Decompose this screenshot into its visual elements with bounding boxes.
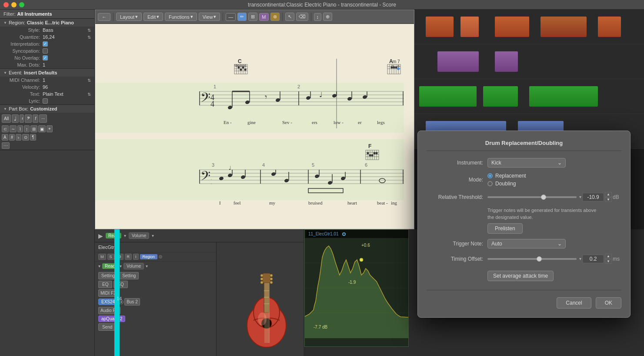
interp-checkbox[interactable]: ✓ bbox=[43, 41, 48, 47]
timing-down-arrow[interactable]: ▾ bbox=[579, 256, 581, 261]
timing-thumb[interactable] bbox=[537, 256, 542, 262]
close-button[interactable] bbox=[3, 2, 9, 7]
timing-offset-row: Timing Offset: ▾ 0.2 ▲ ▼ ms bbox=[427, 254, 621, 264]
region-btn[interactable]: Region bbox=[140, 254, 158, 259]
replacement-radio-row[interactable]: Replacement bbox=[487, 173, 526, 179]
separator-tool[interactable]: — bbox=[226, 13, 236, 21]
link-tool[interactable]: ⊗ bbox=[270, 13, 280, 21]
timing-up[interactable]: ▲ bbox=[605, 254, 612, 259]
dynamics-tool[interactable]: ↕ bbox=[314, 13, 322, 21]
threshold-value[interactable]: -10.9 bbox=[582, 193, 604, 202]
pb-btn-6[interactable]: ▣ bbox=[38, 125, 46, 132]
pb-btn-3[interactable]: ⌇ bbox=[17, 125, 23, 132]
timing-stepper[interactable]: ▲ ▼ bbox=[605, 254, 612, 264]
zoom-tool[interactable]: ⊕ bbox=[323, 13, 332, 21]
threshold-slider[interactable] bbox=[487, 196, 577, 198]
plugin-btn[interactable]: apQualizr2 bbox=[98, 316, 125, 322]
timing-down-btn[interactable]: ▼ bbox=[605, 259, 612, 264]
timing-value[interactable]: 0.2 bbox=[582, 255, 604, 263]
doubling-radio[interactable] bbox=[487, 181, 493, 186]
minimize-button[interactable] bbox=[11, 2, 17, 7]
f-btn[interactable]: f bbox=[33, 114, 38, 123]
layout-button[interactable]: Layout ▾ bbox=[116, 13, 142, 21]
pb-btn-13[interactable]: ⋯ bbox=[2, 142, 10, 149]
score-svg: 𝄢 4 4 1 2 𝄾 ♩ bbox=[95, 24, 404, 229]
threshold-up[interactable]: ▲ bbox=[605, 192, 612, 197]
pb-btn-11[interactable]: ⊙ bbox=[22, 134, 29, 141]
pb-btn-12[interactable]: ¶ bbox=[30, 134, 36, 141]
pb-btn-9[interactable]: # bbox=[9, 134, 15, 141]
text-arrows[interactable]: ⇅ bbox=[87, 92, 91, 97]
pb-btn-4[interactable]: ↕ bbox=[24, 125, 30, 132]
velocity-value: 96 bbox=[43, 84, 91, 90]
cancel-button[interactable]: Cancel bbox=[557, 297, 591, 309]
timing-offset-label: Timing Offset: bbox=[427, 256, 483, 262]
pb-btn-1[interactable]: ⊂ bbox=[2, 125, 9, 132]
prelisten-button[interactable]: Prelisten bbox=[487, 223, 523, 234]
set-avg-button[interactable]: Set average attack time bbox=[487, 271, 554, 281]
rest-btn[interactable]: 𝄽 bbox=[20, 114, 24, 123]
svg-text:F: F bbox=[368, 143, 371, 149]
replacement-radio[interactable] bbox=[487, 173, 493, 178]
input-btn[interactable]: I bbox=[133, 254, 139, 260]
quantize-arrows[interactable]: ⇅ bbox=[87, 35, 91, 40]
mute-btn[interactable]: M bbox=[98, 254, 106, 260]
threshold-down[interactable]: ▾ bbox=[579, 195, 581, 199]
svg-text:+0.6: +0.6 bbox=[361, 243, 370, 248]
threshold-down-btn[interactable]: ▼ bbox=[605, 197, 612, 202]
all-btn[interactable]: All bbox=[2, 114, 11, 123]
layout-arrow: ▾ bbox=[135, 14, 138, 20]
waveform-area[interactable]: 11_ElecGtr1.01 +0.6 -1.9 -7.7 dB bbox=[304, 229, 409, 347]
note-btn[interactable]: ♩ bbox=[12, 114, 19, 123]
solo-btn[interactable]: S bbox=[107, 254, 114, 260]
pb-btn-8[interactable]: A bbox=[2, 134, 8, 141]
pb-btn-5[interactable]: ⊞ bbox=[30, 125, 37, 132]
maximize-button[interactable] bbox=[19, 2, 24, 7]
style-arrows[interactable]: ⇅ bbox=[87, 28, 91, 33]
svg-text:C: C bbox=[238, 58, 242, 64]
eq-btn-1[interactable]: EQ bbox=[98, 281, 112, 288]
back-button[interactable]: ← bbox=[98, 13, 110, 21]
setting-btn-2[interactable]: Setting bbox=[119, 272, 139, 279]
timing-slider[interactable] bbox=[487, 258, 577, 260]
pb-btn-2[interactable]: ∼ bbox=[10, 125, 17, 132]
svg-text:𝄢: 𝄢 bbox=[200, 91, 210, 108]
volume-btn-2[interactable]: Volume bbox=[123, 263, 144, 269]
svg-point-161 bbox=[260, 278, 263, 280]
part-box-header: ▼ Part Box: Customized bbox=[0, 105, 94, 113]
functions-button[interactable]: Functions ▾ bbox=[165, 13, 197, 21]
pointer-tool[interactable]: ↖ bbox=[285, 13, 294, 21]
bass-clef-btn[interactable]: 𝄢 bbox=[25, 114, 32, 123]
ok-button[interactable]: OK bbox=[596, 297, 621, 309]
overlap-checkbox[interactable]: ✓ bbox=[43, 55, 48, 60]
trigger-note-select[interactable]: Auto ⌄ bbox=[487, 239, 566, 249]
track-left-controls: ElecGtr1 M S ⚙ R I Region ▾ Read ▾ Volum… bbox=[95, 242, 217, 356]
bus-btn[interactable]: Bus 2 bbox=[124, 298, 140, 306]
midi-tool[interactable]: M bbox=[259, 13, 268, 21]
doubling-radio-row[interactable]: Doubling bbox=[487, 181, 526, 187]
pb-btn-7[interactable]: ⌖ bbox=[47, 125, 53, 132]
window-controls[interactable] bbox=[3, 2, 24, 7]
svg-text:I: I bbox=[219, 200, 221, 205]
play-button[interactable]: ▶ bbox=[98, 232, 103, 239]
pencil-tool[interactable]: ✏ bbox=[237, 13, 247, 21]
send-btn[interactable]: Send bbox=[98, 323, 116, 331]
sync-checkbox[interactable] bbox=[43, 48, 48, 54]
record-btn[interactable]: R bbox=[125, 254, 132, 260]
threshold-row: Relative Threshold: ▾ -10.9 ▲ ▼ dB bbox=[427, 192, 621, 202]
midi-ch-arrows[interactable]: ⇅ bbox=[87, 78, 91, 83]
select-tool[interactable]: ⊞ bbox=[248, 13, 257, 21]
edit-button[interactable]: Edit ▾ bbox=[143, 13, 163, 21]
part-box-row3: A # ♭ ⊙ ¶ bbox=[0, 133, 94, 141]
threshold-thumb[interactable] bbox=[541, 195, 546, 200]
velocity-label: Velocity: bbox=[3, 84, 43, 90]
lyric-checkbox[interactable] bbox=[43, 98, 48, 104]
volume-button[interactable]: Volume bbox=[129, 232, 149, 239]
more-btn[interactable]: ··· bbox=[39, 114, 47, 123]
pr-block bbox=[419, 86, 477, 107]
pb-btn-10[interactable]: ♭ bbox=[16, 134, 21, 141]
instrument-select[interactable]: Kick ⌄ bbox=[487, 158, 566, 168]
view-button[interactable]: View ▾ bbox=[199, 13, 220, 21]
eraser-tool[interactable]: ⌫ bbox=[296, 13, 308, 21]
threshold-stepper[interactable]: ▲ ▼ bbox=[605, 192, 612, 202]
